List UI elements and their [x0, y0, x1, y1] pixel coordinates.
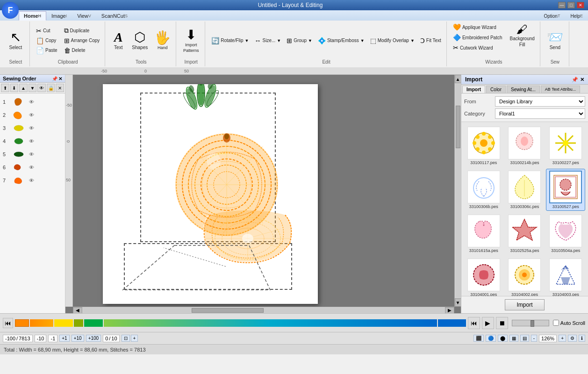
- rotate-flip-button[interactable]: 🔄 Rotate/Flip ▼: [209, 36, 251, 45]
- embroidered-patch-button[interactable]: 🔷 Embroidered Patch: [451, 33, 505, 42]
- tab-image[interactable]: ImageI: [46, 11, 72, 21]
- horizontal-scrollbar[interactable]: ◀ ▶: [73, 307, 454, 313]
- import-patterns-button[interactable]: ⬇ Import Patterns: [181, 27, 201, 54]
- from-select[interactable]: Design Library Computer USB Drive: [495, 96, 585, 107]
- duplicate-button[interactable]: ⧉ Duplicate: [62, 26, 102, 36]
- view-mode-5[interactable]: ▤: [520, 335, 529, 342]
- view-mode-1[interactable]: ⬛: [473, 335, 484, 342]
- coord-y[interactable]: -10: [35, 335, 47, 342]
- playback-prev-button[interactable]: ⏮: [468, 317, 480, 329]
- view-mode-2[interactable]: 🔵: [486, 335, 496, 342]
- zoom-plus[interactable]: +: [559, 335, 566, 342]
- progress-counter[interactable]: 0 / 10: [103, 335, 119, 342]
- settings-icon[interactable]: ⚙: [568, 335, 577, 342]
- import-item-4[interactable]: 33100306c.pes: [505, 169, 545, 211]
- cutwork-wizard-button[interactable]: ✂ Cutwork Wizard: [451, 43, 505, 52]
- import-panel-close[interactable]: ✕: [580, 77, 584, 83]
- so-tool-3[interactable]: ▲: [19, 84, 28, 92]
- sewing-order-item-2[interactable]: 2 👁: [1, 108, 64, 122]
- inc-10-button[interactable]: +10: [72, 335, 84, 342]
- group-button[interactable]: ⊞ Group ▼: [284, 36, 315, 45]
- import-button[interactable]: Import: [505, 299, 544, 310]
- maximize-button[interactable]: □: [567, 2, 575, 8]
- delete-button[interactable]: 🗑 Delete: [62, 46, 102, 55]
- close-button[interactable]: ✕: [577, 2, 584, 8]
- tab-option[interactable]: OptionT: [538, 11, 565, 21]
- fit-view-button[interactable]: ⊡: [122, 335, 130, 342]
- nav-first-button[interactable]: ⏮: [3, 318, 13, 328]
- minimize-button[interactable]: —: [558, 2, 566, 8]
- tab-view[interactable]: ViewV: [72, 11, 96, 21]
- so-eye-6[interactable]: 👁: [28, 164, 35, 171]
- select-button[interactable]: ↖ Select: [7, 29, 25, 51]
- text-button[interactable]: A Text: [109, 29, 128, 51]
- stamp-emboss-button[interactable]: 💠 Stamp/Emboss ▼: [316, 36, 367, 45]
- so-tool-5[interactable]: 👁: [37, 84, 46, 92]
- import-item-1[interactable]: 33100214b.pes: [505, 125, 545, 167]
- import-tab-sewing-attr[interactable]: Sewing At...: [507, 86, 540, 93]
- import-item-10[interactable]: 33104002.pes: [505, 257, 545, 296]
- size-button[interactable]: ↔ Size... ▼: [252, 36, 283, 45]
- coord-x[interactable]: -100 / 7813: [3, 335, 33, 342]
- inc-100-button[interactable]: +100: [86, 335, 101, 342]
- copy-button[interactable]: 📋 Copy: [34, 36, 60, 45]
- so-tool-4[interactable]: ▼: [29, 84, 37, 92]
- import-tab-color[interactable]: Color: [486, 86, 506, 93]
- so-tool-2[interactable]: ⬇: [10, 84, 19, 92]
- so-tool-6[interactable]: 🔒: [47, 84, 55, 92]
- import-item-9[interactable]: 33104001.pes: [464, 257, 503, 296]
- import-item-0[interactable]: 33100117.pes: [464, 125, 503, 167]
- so-eye-1[interactable]: 👁: [28, 99, 35, 105]
- paste-button[interactable]: 📄 Paste: [34, 46, 60, 55]
- zoom-in-button[interactable]: +: [131, 335, 138, 342]
- import-item-2[interactable]: 33100227.pes: [546, 125, 585, 167]
- sewing-order-pin[interactable]: 📌: [52, 76, 57, 81]
- playback-play-button[interactable]: ▶: [482, 317, 494, 329]
- sewing-order-item-4[interactable]: 4 👁: [1, 135, 64, 148]
- tab-scanncut[interactable]: ScanNCutS: [96, 11, 133, 21]
- category-select[interactable]: Floral1 Floral2 Animals: [495, 108, 585, 119]
- sewing-order-close[interactable]: ✕: [58, 76, 62, 81]
- so-eye-5[interactable]: 👁: [28, 151, 35, 158]
- zoom-minus[interactable]: -: [531, 335, 537, 342]
- import-tab-import[interactable]: Import: [462, 86, 485, 93]
- import-item-8[interactable]: 33103504a.pes: [546, 213, 585, 255]
- import-item-3[interactable]: 33100306b.pes: [464, 169, 503, 211]
- sewing-order-item-3[interactable]: 3 👁: [1, 122, 64, 135]
- shapes-button[interactable]: ⬡ Shapes: [129, 29, 150, 51]
- so-eye-3[interactable]: 👁: [28, 125, 35, 131]
- tab-home[interactable]: HomeH: [19, 11, 46, 21]
- vertical-scrollbar[interactable]: ▲ ▼: [454, 75, 461, 307]
- tab-help[interactable]: HelpE: [565, 11, 588, 21]
- so-eye-2[interactable]: 👁: [28, 112, 35, 118]
- sewing-order-item-7[interactable]: 7 👁: [1, 174, 64, 187]
- sewing-order-item-6[interactable]: 6 👁: [1, 161, 64, 174]
- import-item-5[interactable]: 33100527.pes: [546, 169, 585, 211]
- cut-button[interactable]: ✂ Cut: [34, 26, 60, 36]
- sewing-order-item-5[interactable]: 5 👁: [1, 148, 64, 161]
- so-eye-7[interactable]: 👁: [28, 177, 35, 184]
- view-mode-4[interactable]: ▦: [509, 335, 518, 342]
- import-tab-text-attr[interactable]: AB Text Attribu...: [541, 86, 580, 93]
- auto-scroll-checkbox[interactable]: [553, 320, 559, 326]
- app-icon[interactable]: F: [2, 2, 19, 19]
- hand-tool[interactable]: 🖐 Hand: [152, 30, 173, 51]
- so-tool-7[interactable]: ✕: [56, 84, 64, 92]
- fit-text-button[interactable]: Ↄ Fit Text: [418, 36, 444, 45]
- playback-stop-button[interactable]: ⏹: [496, 317, 508, 329]
- so-eye-4[interactable]: 👁: [28, 138, 35, 144]
- import-item-7[interactable]: 33102525a.pes: [505, 213, 545, 255]
- background-fill-button[interactable]: 🖌 Background Fill: [507, 22, 537, 49]
- view-mode-3[interactable]: ⬤: [498, 335, 508, 342]
- coord-z[interactable]: -1: [48, 335, 57, 342]
- send-button[interactable]: 📨 Send: [545, 29, 566, 51]
- modify-overlap-button[interactable]: ⬚ Modify Overlap ▼: [368, 36, 417, 45]
- playback-slider[interactable]: [512, 320, 549, 326]
- applique-wizard-button[interactable]: 🧡 Applique Wizard: [451, 22, 505, 32]
- so-tool-1[interactable]: ⬆: [1, 84, 9, 92]
- arrange-copy-button[interactable]: ⊞ Arrange Copy: [62, 36, 102, 45]
- sewing-order-item-1[interactable]: 1 👁: [1, 95, 64, 108]
- info-icon[interactable]: ℹ: [579, 335, 585, 342]
- import-panel-pin[interactable]: 📌: [572, 77, 578, 83]
- inc-1-button[interactable]: +1: [59, 335, 69, 342]
